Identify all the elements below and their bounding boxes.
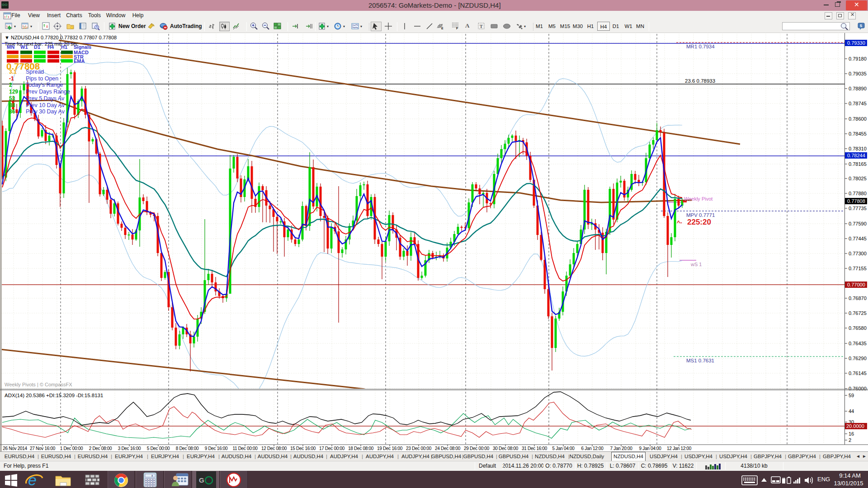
svg-text:0.79330: 0.79330 (847, 40, 865, 46)
svg-text:E: E (441, 27, 443, 30)
svg-text:225:20: 225:20 (687, 218, 711, 226)
svg-text:0.79180: 0.79180 (849, 56, 867, 61)
svg-text:0.76580: 0.76580 (849, 325, 867, 331)
svg-text:^-: ^- (677, 219, 682, 226)
svg-text:23.6 0.78933: 23.6 0.78933 (685, 78, 715, 84)
svg-text:0.78745: 0.78745 (849, 101, 867, 106)
svg-text:26 Nov 2014: 26 Nov 2014 (3, 446, 27, 451)
svg-text:30 Dec 08:00: 30 Dec 08:00 (493, 446, 519, 451)
svg-text:0.78600: 0.78600 (849, 116, 867, 122)
svg-text:19 Dec 16:00: 19 Dec 16:00 (377, 446, 403, 451)
svg-text:16: 16 (849, 431, 854, 436)
svg-text:5: 5 (860, 23, 862, 28)
svg-text:53: 53 (9, 95, 15, 102)
svg-text:▼ NZDUSD,H4 0.77820 0.77832 0: ▼ NZDUSD,H4 0.77820 0.77832 0.77807 0.77… (5, 35, 117, 40)
svg-text:0.76725: 0.76725 (849, 310, 867, 316)
svg-text:44: 44 (849, 408, 854, 414)
svg-text:Weekly Pivot: Weekly Pivot (684, 196, 712, 202)
svg-text:H4: H4 (47, 44, 54, 50)
svg-text:e: e (28, 472, 37, 488)
svg-text:59: 59 (849, 393, 854, 398)
svg-text:15 Dec 16:00: 15 Dec 16:00 (290, 446, 316, 451)
svg-text:9 Dec 16:00: 9 Dec 16:00 (205, 446, 228, 451)
svg-text:H1: H1 (61, 44, 67, 50)
svg-text:0.76145: 0.76145 (849, 371, 867, 376)
svg-text:Prev Days Range: Prev Days Range (26, 89, 70, 95)
svg-text:0.77300: 0.77300 (849, 251, 867, 256)
svg-text:1 Dec 00:00: 1 Dec 00:00 (60, 446, 83, 451)
svg-text:MS1 0.7631: MS1 0.7631 (686, 358, 714, 363)
svg-text:0.76000: 0.76000 (849, 386, 867, 391)
svg-text:0.79035: 0.79035 (849, 71, 867, 76)
svg-text:Pips to Open: Pips to Open (26, 75, 58, 82)
svg-text:-1: -1 (9, 75, 14, 82)
svg-text:0.78310: 0.78310 (849, 146, 867, 151)
svg-text:129: 129 (9, 89, 18, 95)
svg-text:MPV 0.7771: MPV 0.7771 (686, 212, 715, 218)
svg-text:0.77155: 0.77155 (849, 266, 867, 271)
svg-text:ADX(14) 20.5386 +DI:15.3209 -D: ADX(14) 20.5386 +DI:15.3209 -DI:15.8131 (5, 393, 103, 398)
svg-text:9 Jan 04:00: 9 Jan 04:00 (639, 446, 662, 451)
svg-text:23 Dec 00:00: 23 Dec 00:00 (406, 446, 432, 451)
svg-text:8 Dec 08:00: 8 Dec 08:00 (176, 446, 199, 451)
svg-text:0.77808: 0.77808 (847, 198, 865, 204)
svg-text:2 Dec 08:00: 2 Dec 08:00 (89, 446, 112, 451)
svg-text:Prev 5 Days Av: Prev 5 Days Av (26, 95, 65, 102)
svg-text:wS 1: wS 1 (690, 262, 702, 267)
svg-text:0.78890: 0.78890 (849, 86, 867, 91)
svg-text:0.77590: 0.77590 (849, 221, 867, 226)
svg-text:MN: MN (7, 44, 14, 50)
svg-text:7 Jan 20:00: 7 Jan 20:00 (610, 446, 633, 451)
svg-text:G: G (199, 476, 204, 484)
svg-text:Prev 30 Day Av: Prev 30 Day Av (26, 108, 65, 115)
svg-text:0.77735: 0.77735 (849, 206, 867, 211)
svg-text:0.77000: 0.77000 (847, 282, 865, 287)
svg-text:T: T (480, 24, 483, 29)
svg-text:0.76870: 0.76870 (849, 296, 867, 301)
svg-text:0.77880: 0.77880 (849, 191, 867, 196)
svg-text:88: 88 (9, 102, 15, 108)
svg-text:12 Jan 12:00: 12 Jan 12:00 (667, 446, 692, 451)
svg-text:Today's Range: Today's Range (26, 82, 63, 88)
svg-text:Spread: Spread (26, 69, 44, 75)
svg-text:0.76435: 0.76435 (849, 341, 867, 346)
svg-text:F: F (456, 27, 458, 30)
svg-text:11 Dec 00:00: 11 Dec 00:00 (232, 446, 258, 451)
svg-text:18 Dec 08:00: 18 Dec 08:00 (348, 446, 374, 451)
svg-text:17 Dec 00:00: 17 Dec 00:00 (319, 446, 345, 451)
svg-text:20.0000: 20.0000 (846, 423, 864, 429)
svg-text:Weekly Pivots | © CompassFX: Weekly Pivots | © CompassFX (5, 382, 72, 387)
svg-text:0.78455: 0.78455 (849, 131, 867, 136)
svg-text:2: 2 (849, 437, 851, 443)
svg-text:Prev 10 Day Av: Prev 10 Day Av (26, 102, 65, 108)
svg-text:0.78165: 0.78165 (849, 161, 867, 167)
svg-text:Signals: Signals (74, 44, 91, 50)
svg-text:24 Dec 08:00: 24 Dec 08:00 (435, 446, 461, 451)
svg-text:3 Dec 16:00: 3 Dec 16:00 (118, 446, 141, 451)
svg-text:27 Nov 16:00: 27 Nov 16:00 (30, 446, 56, 451)
svg-text:MR1 0.7934: MR1 0.7934 (686, 44, 715, 49)
svg-text:2: 2 (9, 82, 12, 88)
svg-text:29 Dec 00:00: 29 Dec 00:00 (464, 446, 490, 451)
svg-text:6 Jan 12:00: 6 Jan 12:00 (581, 446, 604, 451)
svg-text:0.78025: 0.78025 (849, 176, 867, 181)
svg-text:3.1: 3.1 (9, 69, 17, 75)
svg-text:0.78244: 0.78244 (847, 153, 865, 158)
svg-text:5 Jan 04:00: 5 Jan 04:00 (552, 446, 575, 451)
svg-text:EMA: EMA (74, 58, 85, 64)
svg-text:0.76290: 0.76290 (849, 356, 867, 361)
svg-text:0.77445: 0.77445 (849, 236, 867, 241)
svg-text:W1: W1 (20, 44, 28, 50)
svg-text:D1: D1 (34, 44, 40, 50)
svg-text:86: 86 (9, 108, 15, 115)
svg-text:12 Dec 08:00: 12 Dec 08:00 (261, 446, 287, 451)
svg-text:5 Dec 00:00: 5 Dec 00:00 (147, 446, 170, 451)
svg-text:31 Dec 16:00: 31 Dec 16:00 (522, 446, 547, 451)
svg-text:Time for next bar: 225 min 20: Time for next bar: 225 min 20 sec (5, 41, 79, 47)
